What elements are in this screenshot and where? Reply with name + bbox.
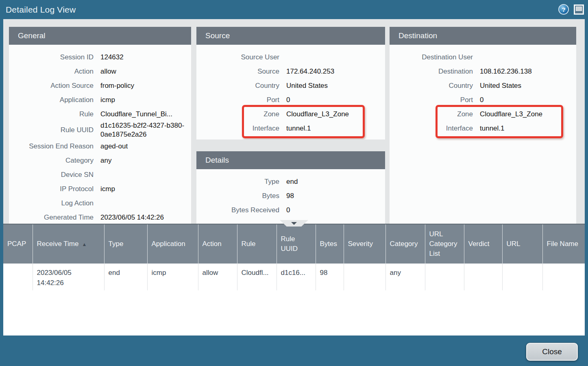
panel-details: Details Typeend Bytes98 Bytes Received0 [196, 151, 385, 224]
field-destination-user: Destination User [390, 50, 576, 64]
cell-type: end [104, 264, 147, 290]
column-header-type[interactable]: Type [104, 224, 147, 264]
field-destination-interface: Interfacetunnel.1 [390, 121, 576, 135]
field-session-end-reason: Session End Reasonaged-out [9, 139, 191, 153]
log-table-section: PCAP Receive Time▲ Type Application Acti… [3, 224, 585, 336]
field-destination: Destination108.162.236.138 [390, 64, 576, 78]
cell-file-name [542, 264, 585, 290]
column-header-bytes[interactable]: Bytes [316, 224, 344, 264]
panel-destination: Destination Destination User Destination… [390, 27, 576, 224]
field-category: Categoryany [9, 153, 191, 168]
column-header-rule-uuid[interactable]: Rule UUID [277, 224, 316, 264]
restore-window-icon[interactable] [574, 4, 584, 15]
field-source-country: CountryUnited States [196, 78, 385, 93]
field-source-zone: ZoneCloudflare_L3_Zone [196, 107, 385, 121]
cell-category: any [385, 264, 425, 290]
column-header-receive-time[interactable]: Receive Time▲ [33, 224, 104, 264]
log-table: PCAP Receive Time▲ Type Application Acti… [3, 224, 585, 290]
chevron-down-icon [291, 222, 297, 225]
field-destination-port: Port0 [390, 93, 576, 107]
column-header-action[interactable]: Action [198, 224, 237, 264]
field-action-source: Action Sourcefrom-policy [9, 78, 191, 93]
column-header-url-category-list[interactable]: URL Category List [425, 224, 464, 264]
field-rule-uuid: Rule UUIDd1c16235-b2f2-4327-b380-0ae1875… [9, 121, 191, 139]
sort-ascending-icon: ▲ [82, 242, 87, 247]
field-ip-protocol: IP Protocolicmp [9, 182, 191, 196]
field-source-interface: Interfacetunnel.1 [196, 121, 385, 135]
cell-application: icmp [147, 264, 198, 290]
cell-rule-uuid: d1c16... [277, 264, 316, 290]
cell-rule: Cloudfl... [237, 264, 277, 290]
cell-url [502, 264, 542, 290]
field-log-action: Log Action [9, 196, 191, 210]
cell-severity [344, 264, 385, 290]
cell-bytes: 98 [316, 264, 344, 290]
column-header-rule[interactable]: Rule [237, 224, 277, 264]
column-header-category[interactable]: Category [385, 224, 425, 264]
table-header-row: PCAP Receive Time▲ Type Application Acti… [3, 224, 585, 264]
panel-source-title: Source [196, 27, 385, 45]
column-header-file-name[interactable]: File Name [542, 224, 585, 264]
field-source: Source172.64.240.253 [196, 64, 385, 78]
panel-details-title: Details [196, 151, 385, 169]
panel-source: Source Source User Source172.64.240.253 … [196, 27, 385, 139]
table-row[interactable]: 2023/06/05 14:42:26 end icmp allow Cloud… [3, 264, 585, 290]
panel-general-title: General [9, 27, 191, 45]
field-source-user: Source User [196, 50, 385, 64]
cell-url-category-list [425, 264, 464, 290]
column-header-pcap[interactable]: PCAP [3, 224, 33, 264]
field-destination-country: CountryUnited States [390, 78, 576, 93]
field-application: Applicationicmp [9, 93, 191, 107]
field-source-port: Port0 [196, 93, 385, 107]
field-bytes: Bytes98 [196, 189, 385, 203]
column-header-verdict[interactable]: Verdict [464, 224, 502, 264]
titlebar-icons: ? [558, 4, 584, 15]
field-rule: RuleCloudflare_Tunnel_Bi... [9, 107, 191, 121]
field-generated-time: Generated Time2023/06/05 14:42:26 [9, 210, 191, 224]
field-destination-zone: ZoneCloudflare_L3_Zone [390, 107, 576, 121]
panel-destination-title: Destination [390, 27, 576, 45]
field-type: Typeend [196, 174, 385, 189]
column-header-url[interactable]: URL [502, 224, 542, 264]
close-button[interactable]: Close [526, 343, 578, 361]
field-session-id: Session ID124632 [9, 50, 191, 64]
cell-receive-time: 2023/06/05 14:42:26 [33, 264, 104, 290]
cell-pcap [3, 264, 33, 290]
page-title: Detailed Log View [0, 5, 76, 15]
field-device-sn: Device SN [9, 168, 191, 182]
field-action: Actionallow [9, 64, 191, 78]
help-icon[interactable]: ? [558, 4, 569, 15]
cell-verdict [464, 264, 502, 290]
title-bar: Detailed Log View ? [0, 0, 588, 19]
field-bytes-received: Bytes Received0 [196, 203, 385, 217]
cell-action: allow [198, 264, 237, 290]
panel-general: General Session ID124632 Actionallow Act… [9, 27, 191, 224]
column-header-application[interactable]: Application [147, 224, 198, 264]
column-header-severity[interactable]: Severity [344, 224, 385, 264]
